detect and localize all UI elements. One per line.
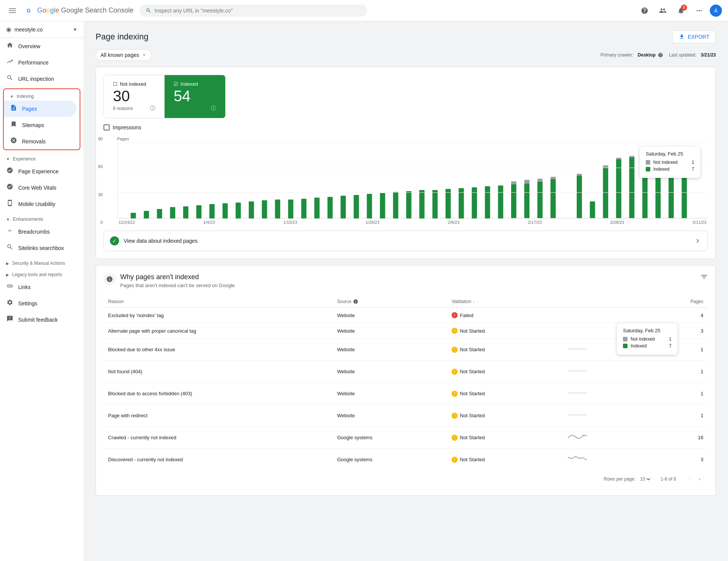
table-row[interactable]: Crawled - currently not indexed Google s… <box>104 427 708 449</box>
cell-validation: ! Not Started <box>452 435 566 441</box>
chart-y-labels: 90 60 30 0 <box>92 137 103 225</box>
property-selector[interactable]: ◉ meestyle.co ▼ <box>0 21 83 38</box>
svg-rect-14 <box>235 203 241 218</box>
why-title: Why pages aren't indexed <box>120 273 235 281</box>
source-info-icon <box>353 299 358 304</box>
row-tooltip-title: Saturday, Feb 25 <box>623 328 672 333</box>
legacy-section-label[interactable]: ▶ Legacy tools and reports <box>0 267 83 279</box>
svg-rect-35 <box>511 181 516 184</box>
export-button[interactable]: EXPORT <box>672 30 716 43</box>
chart-svg <box>118 143 708 218</box>
why-header: Why pages aren't indexed Pages that aren… <box>104 273 708 288</box>
apps-button[interactable] <box>692 3 707 18</box>
indexed-info-icon[interactable]: ⓘ <box>211 105 216 112</box>
sidebar-item-removals[interactable]: Removals <box>4 133 77 149</box>
svg-rect-43 <box>577 174 582 176</box>
y-label-90: 90 <box>92 137 103 141</box>
col-header-source[interactable]: Source <box>337 299 452 304</box>
sidebar-item-sitemaps[interactable]: Sitemaps <box>4 117 77 133</box>
table-row[interactable]: Blocked due to access forbidden (403) We… <box>104 383 708 405</box>
svg-rect-40 <box>537 182 543 218</box>
table-row[interactable]: Page with redirect Website ! Not Started… <box>104 405 708 427</box>
indexing-group: ▼ Indexing Pages Sitemaps Removals <box>3 88 80 150</box>
svg-rect-33 <box>485 186 490 218</box>
help-button[interactable] <box>637 3 652 18</box>
security-chevron: ▶ <box>6 261 9 266</box>
svg-rect-39 <box>537 179 543 182</box>
svg-rect-10 <box>183 206 188 218</box>
sidebar-item-overview[interactable]: Overview <box>0 38 80 54</box>
indexing-section-label[interactable]: ▼ Indexing <box>4 89 80 101</box>
feedback-icon <box>6 315 14 324</box>
logo[interactable]: G Google Google Search Console <box>25 6 133 15</box>
svg-rect-23 <box>354 195 359 218</box>
all-known-pages-filter[interactable]: All known pages <box>96 49 152 61</box>
sidebar-item-pages[interactable]: Pages <box>4 101 77 117</box>
menu-button[interactable] <box>6 4 19 17</box>
sidebar-item-submit-feedback[interactable]: Submit feedback <box>0 311 80 328</box>
sidebar-item-page-experience[interactable]: Page Experience <box>0 163 80 179</box>
tooltip-not-indexed-label: Not indexed <box>653 160 689 165</box>
chart-grid: Saturday, Feb 25 Not indexed 1 Indexed 7 <box>117 143 708 218</box>
cell-reason: Page with redirect <box>108 413 337 418</box>
indexing-chevron: ▼ <box>10 94 14 99</box>
experience-section-label[interactable]: ▼ Experience <box>0 152 83 163</box>
status-dot: ! <box>452 347 458 353</box>
not-indexed-card[interactable]: ☐ Not indexed 30 8 reasons ⓘ <box>104 75 165 118</box>
tooltip-title: Saturday, Feb 25 <box>646 151 694 157</box>
sidebar-item-breadcrumbs[interactable]: Breadcrumbs <box>0 223 80 240</box>
cell-source: Website <box>337 391 452 396</box>
status-dot: ! <box>452 457 458 463</box>
validation-status: Failed <box>460 313 473 318</box>
svg-rect-37 <box>524 180 530 184</box>
search-bar[interactable] <box>140 5 367 17</box>
sidebar-item-settings[interactable]: Settings <box>0 295 80 311</box>
sidebar-item-mobile-usability[interactable]: Mobile Usability <box>0 196 80 212</box>
table-row[interactable]: Discovered - currently not indexed Googl… <box>104 449 708 470</box>
top-bar: G Google Google Search Console 8 A <box>0 0 728 21</box>
table-row[interactable]: Not found (404) Website ! Not Started 1 <box>104 361 708 383</box>
indexed-card[interactable]: ☑ Indexed 54 ⓘ <box>165 75 225 118</box>
col-header-reason: Reason <box>108 299 337 304</box>
next-page-button[interactable]: › <box>696 475 703 483</box>
svg-rect-48 <box>616 158 621 159</box>
status-dot: ! <box>452 312 458 318</box>
col-header-validation[interactable]: Validation ↓ <box>452 299 566 304</box>
sidebar-item-sitelinks-searchbox[interactable]: Sitelinks searchbox <box>0 240 80 256</box>
svg-rect-22 <box>340 196 346 218</box>
sidebar-item-performance[interactable]: Performance <box>0 54 80 71</box>
sidebar-item-links[interactable]: Links <box>0 279 80 295</box>
users-button[interactable] <box>655 3 670 18</box>
svg-rect-8 <box>157 209 162 218</box>
table-row[interactable]: Alternate page with proper canonical tag… <box>104 323 708 339</box>
security-label: Security & Manual Actions <box>12 261 65 266</box>
cell-pages: 1 <box>681 347 703 352</box>
cell-pages: 1 <box>681 413 703 418</box>
y-axis-title: Pages <box>117 137 708 141</box>
why-filter-icon[interactable] <box>700 273 708 283</box>
removals-icon <box>10 137 17 146</box>
col-header-pages: Pages <box>681 299 703 304</box>
search-input[interactable] <box>155 8 361 14</box>
property-name: meestyle.co <box>14 27 70 33</box>
not-indexed-check: ☐ <box>113 81 118 87</box>
not-indexed-info-icon[interactable]: ⓘ <box>150 105 155 112</box>
avatar[interactable]: A <box>710 5 722 17</box>
view-data-row[interactable]: ✓ View data about indexed pages <box>104 231 708 251</box>
tooltip-not-indexed-value: 1 <box>692 160 694 165</box>
sidebar-item-core-web-vitals[interactable]: Core Web Vitals <box>0 179 80 196</box>
enhancements-chevron: ▼ <box>6 217 10 222</box>
prev-page-button[interactable]: ‹ <box>685 475 693 483</box>
sidebar-item-url-inspection[interactable]: URL inspection <box>0 71 80 87</box>
page-experience-icon <box>6 167 14 176</box>
sidebar-label-links: Links <box>18 284 31 290</box>
validation-status: Not Started <box>460 457 485 462</box>
security-section-label[interactable]: ▶ Security & Manual Actions <box>0 256 83 267</box>
notifications-button[interactable]: 8 <box>673 3 689 18</box>
rows-per-page-select[interactable]: 10 25 50 <box>639 476 651 482</box>
svg-rect-27 <box>406 191 411 218</box>
svg-rect-45 <box>590 201 595 218</box>
table-row[interactable]: Excluded by 'noindex' tag Website ! Fail… <box>104 308 708 323</box>
impressions-checkbox[interactable] <box>104 124 110 130</box>
enhancements-section-label[interactable]: ▼ Enhancements <box>0 212 83 223</box>
